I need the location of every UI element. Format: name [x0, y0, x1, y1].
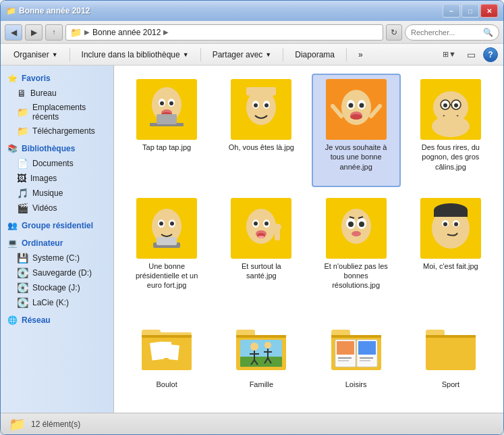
back-button[interactable]: ◀ — [5, 24, 22, 41]
window-controls: – □ ✕ — [443, 4, 498, 18]
search-input[interactable] — [411, 28, 480, 36]
svg-point-51 — [264, 222, 269, 226]
file-item-f8[interactable]: Moi, c'est fait.jpg — [406, 193, 495, 306]
status-folder-icon: 📁 — [9, 416, 26, 432]
file-thumb-f4 — [420, 79, 481, 140]
search-box[interactable]: 🔍 — [405, 24, 499, 41]
file-grid: Tap tap tap.jpg — [122, 74, 495, 405]
sidebar-section-computer: 💻 Ordinateur 💾 Systeme (C:) 💽 Sauvegarde… — [1, 236, 113, 310]
svg-point-47 — [246, 209, 276, 244]
sidebar-item-lacK[interactable]: 💽 LaCie (K:) — [1, 295, 113, 310]
bureau-icon: 🖥 — [17, 88, 26, 99]
sidebar-item-sysC[interactable]: 💾 Systeme (C:) — [1, 251, 113, 265]
toolbar-separator-3 — [283, 48, 283, 61]
details-pane-button[interactable]: ▭ — [461, 46, 480, 63]
sidebar-item-bureau[interactable]: 🖥 Bureau — [1, 86, 113, 101]
maximize-button[interactable]: □ — [461, 4, 479, 18]
status-bar: 📁 12 élément(s) — [1, 413, 503, 434]
sidebar-header-libraries[interactable]: 📚 Bibliothèques — [1, 141, 113, 156]
help-button[interactable]: ? — [483, 47, 498, 62]
file-item-f12[interactable]: Sport — [406, 311, 495, 405]
sidebar-header-favorites[interactable]: ⭐ Favoris — [1, 71, 113, 86]
sidebar-item-images[interactable]: 🖼 Images — [1, 171, 113, 186]
share-button[interactable]: Partager avec ▼ — [205, 46, 279, 63]
toolbar-separator-2 — [200, 48, 201, 61]
organize-dropdown-icon: ▼ — [52, 51, 58, 58]
recent-label: Emplacements récents — [32, 103, 107, 122]
slideshow-button[interactable]: Diaporama — [287, 46, 342, 63]
file-item-f7[interactable]: Et n'oubliez pas les bonnes résolutions.… — [312, 193, 401, 306]
file-item-f11[interactable]: Loisirs — [312, 311, 401, 405]
sidebar-item-savD[interactable]: 💽 Sauvegarde (D:) — [1, 265, 113, 280]
file-label-f12: Sport — [442, 380, 459, 389]
sidebar-header-network[interactable]: 🌐 Réseau — [1, 313, 113, 328]
include-library-button[interactable]: Inclure dans la bibliothèque ▼ — [74, 46, 196, 63]
svg-point-42 — [159, 222, 163, 226]
file-item-f10[interactable]: Famille — [217, 311, 306, 405]
sidebar-header-homegroup[interactable]: 👥 Groupe résidentiel — [1, 218, 113, 233]
svg-rect-81 — [169, 344, 179, 360]
svg-point-70 — [443, 222, 447, 226]
share-dropdown-icon: ▼ — [265, 51, 271, 58]
savD-icon: 💽 — [17, 267, 28, 278]
minimize-button[interactable]: – — [443, 4, 460, 18]
favorites-icon: ⭐ — [7, 74, 18, 83]
svg-point-19 — [341, 90, 371, 125]
up-button[interactable]: ↑ — [45, 24, 63, 41]
thumbnail-f2 — [231, 79, 291, 140]
sidebar-section-libraries: 📚 Bibliothèques 📄 Documents 🖼 Images 🎵 M… — [1, 141, 113, 215]
toolbar-right: ⊞▼ ▭ ? — [440, 46, 498, 63]
file-item-f2[interactable]: Oh, vous êtes là.jpg — [217, 74, 306, 187]
svg-point-62 — [359, 222, 364, 227]
organize-button[interactable]: Organiser ▼ — [6, 46, 65, 63]
documents-icon: 📄 — [17, 158, 28, 169]
sidebar-item-music[interactable]: 🎵 Musique — [1, 186, 113, 201]
search-icon: 🔍 — [483, 28, 493, 37]
svg-rect-17 — [246, 87, 276, 95]
file-item-f6[interactable]: Et surtout la santé.jpg — [217, 193, 306, 306]
refresh-button[interactable]: ↻ — [386, 24, 402, 41]
sidebar-item-stoJ[interactable]: 💽 Stockage (J:) — [1, 280, 113, 295]
file-item-f3[interactable]: Je vous souhaite à tous une bonne année.… — [312, 74, 401, 187]
svg-rect-107 — [338, 360, 349, 361]
thumbnail-folder-loisirs — [326, 316, 387, 377]
favorites-label: Favoris — [22, 74, 51, 83]
sidebar-item-documents[interactable]: 📄 Documents — [1, 156, 113, 171]
file-label-f7: Et n'oubliez pas les bonnes résolutions.… — [323, 261, 390, 290]
forward-button[interactable]: ▶ — [25, 24, 43, 41]
file-item-f5[interactable]: Une bonne présidentielle et un euro fort… — [122, 193, 211, 306]
computer-icon: 💻 — [7, 238, 18, 248]
svg-point-50 — [254, 222, 258, 226]
sysC-label: Systeme (C:) — [32, 253, 80, 263]
address-path[interactable]: 📁 ▶ Bonne année 2012 ▶ — [65, 24, 383, 41]
toolbar-separator-4 — [346, 48, 347, 61]
sidebar-item-downloads[interactable]: 📁 Téléchargements — [1, 124, 113, 138]
file-item-f1[interactable]: Tap tap tap.jpg — [122, 74, 211, 187]
computer-label: Ordinateur — [22, 238, 63, 248]
svg-rect-86 — [240, 357, 282, 367]
svg-rect-106 — [338, 357, 352, 359]
music-label: Musique — [32, 188, 63, 198]
file-area: Tap tap tap.jpg — [114, 66, 503, 413]
savD-label: Sauvegarde (D:) — [32, 268, 92, 278]
close-button[interactable]: ✕ — [480, 4, 498, 18]
svg-point-58 — [341, 209, 371, 244]
svg-point-15 — [264, 103, 269, 107]
sidebar-item-recent[interactable]: 📁 Emplacements récents — [1, 101, 113, 124]
include-library-label: Inclure dans la bibliothèque — [82, 50, 180, 59]
svg-point-61 — [348, 222, 354, 227]
sidebar-item-videos[interactable]: 🎬 Vidéos — [1, 201, 113, 215]
view-options-button[interactable]: ⊞▼ — [440, 46, 459, 63]
videos-label: Vidéos — [32, 203, 57, 213]
svg-rect-102 — [337, 341, 354, 355]
organize-label: Organiser — [13, 50, 49, 59]
thumbnail-folder-famille — [231, 316, 291, 377]
more-button[interactable]: » — [351, 46, 370, 63]
file-item-f9[interactable]: Boulot — [122, 311, 211, 405]
svg-rect-103 — [358, 341, 376, 355]
downloads-label: Téléchargements — [32, 126, 95, 136]
sidebar-header-computer[interactable]: 💻 Ordinateur — [1, 236, 113, 251]
file-item-f4[interactable]: Des fous rires, du pognon, des gros câli… — [406, 74, 495, 187]
share-label: Partager avec — [213, 50, 263, 59]
file-label-f4: Des fous rires, du pognon, des gros câli… — [417, 143, 484, 172]
